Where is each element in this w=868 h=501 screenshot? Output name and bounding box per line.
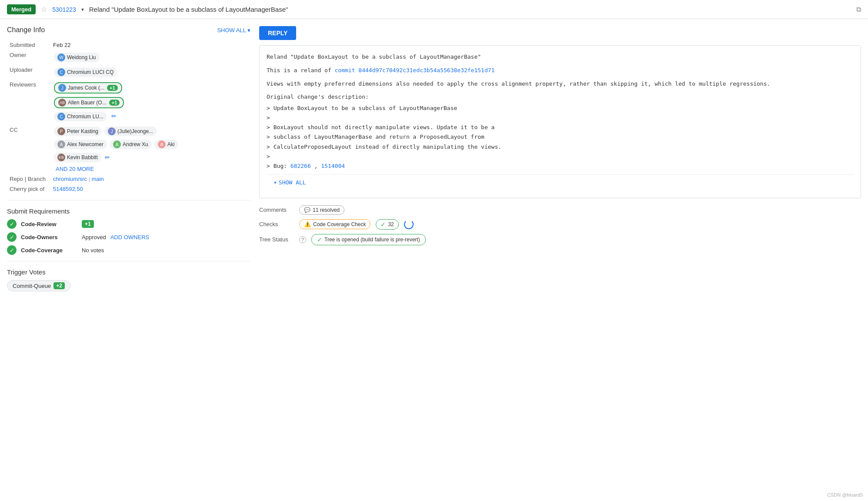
- tree-status-chip: ✓ Tree is opened (build failure is pre-r…: [311, 234, 426, 245]
- resolved-text: 11 resolved: [313, 207, 340, 213]
- change-info-title: Change Info: [7, 26, 45, 34]
- desc-bug2-link[interactable]: 1514004: [321, 163, 345, 169]
- code-coverage-name: Code-Coverage: [21, 247, 77, 254]
- code-coverage-value: No votes: [82, 247, 104, 254]
- desc-title: Reland "Update BoxLayout to be a subclas…: [267, 53, 481, 60]
- resolved-badge[interactable]: 💬 11 resolved: [299, 205, 344, 215]
- reviewer3-container: C Chromium LU... ✏: [53, 111, 248, 122]
- owner-chip[interactable]: W Weidong Liu: [54, 53, 100, 62]
- cc-peter-avatar: P: [57, 127, 65, 135]
- submit-requirements: Submit Requirements ✓ Code-Review +1 ✓ C…: [7, 207, 250, 255]
- cl-dropdown-arrow[interactable]: ▾: [81, 7, 84, 13]
- cc-aki-name: Aki: [167, 141, 175, 147]
- reviewer3-chip[interactable]: C Chromium LU...: [54, 112, 107, 121]
- cherry-pick-label: Cherry pick of: [7, 184, 50, 194]
- submitted-label: Submitted: [7, 40, 50, 50]
- submit-req-title: Submit Requirements: [7, 207, 250, 215]
- code-review-vote: +1: [82, 220, 94, 228]
- reviewer3-name: Chromium LU...: [67, 114, 103, 120]
- tree-check-icon: ✓: [317, 236, 322, 243]
- reviewer2-vote: +1: [109, 100, 120, 106]
- tree-status-row: Tree Status ? ✓ Tree is opened (build fa…: [259, 234, 861, 245]
- desc-line1: This is a reland of: [267, 67, 331, 73]
- desc-original: Original change's description:: [267, 93, 854, 102]
- repo-branch-label: Repo | Branch: [7, 174, 50, 184]
- checks-label: Checks: [259, 221, 294, 227]
- desc-original-text: Original change's description:: [267, 94, 369, 100]
- commit-queue-label: Commit-Queue: [13, 283, 51, 289]
- desc-commit-link[interactable]: commit 8444d97c70492c31edc3b54a55638e32f…: [335, 67, 495, 73]
- desc-bug-prefix: > Bug:: [267, 163, 290, 169]
- code-owners-value: Approved: [82, 234, 106, 240]
- reviewer3-avatar: C: [57, 113, 65, 120]
- cc-alex-chip[interactable]: A Alex Newcomer: [54, 140, 107, 149]
- owner-row: Owner W Weidong Liu: [7, 50, 250, 65]
- cc-kevin-chip[interactable]: KB Kevin Babbitt: [54, 153, 101, 162]
- reviewer3-edit-icon[interactable]: ✏: [111, 113, 117, 120]
- reviewers-row: Reviewers J James Cook (... +1 AB Allen …: [7, 80, 250, 124]
- cherry-pick-link[interactable]: 5148592,50: [53, 186, 83, 192]
- cherry-pick-row: Cherry pick of 5148592,50: [7, 184, 250, 194]
- comments-label: Comments: [259, 207, 294, 213]
- code-coverage-check: ✓: [7, 245, 17, 255]
- desc-b4: > subclass of LayoutManagerBase and retu…: [267, 132, 854, 142]
- cherry-pick-value: 5148592,50: [50, 184, 250, 194]
- copy-icon[interactable]: ⧉: [856, 6, 861, 13]
- tree-status-label: Tree Status: [259, 236, 294, 243]
- cc-chips: P Peter Kasting J (Julie)Jeonge...: [53, 126, 248, 137]
- cc-aki-avatar: A: [158, 140, 166, 148]
- reviewer1-name: James Cook (...: [68, 85, 104, 91]
- tree-status-help-icon[interactable]: ?: [299, 236, 306, 243]
- desc-bug-line: > Bug: 682266 , 1514004: [267, 161, 854, 171]
- cc-label: CC: [7, 124, 50, 174]
- show-all-bottom[interactable]: ▾ SHOW ALL: [267, 174, 854, 191]
- reply-button[interactable]: REPLY: [259, 26, 296, 40]
- repo-branch-value: chromium/src | main: [50, 174, 250, 184]
- reviewer1-avatar: J: [58, 84, 66, 92]
- trigger-votes: Trigger Votes Commit-Queue +2: [7, 268, 250, 291]
- cc-chips-row3: KB Kevin Babbitt ✏: [53, 152, 248, 163]
- coverage-check-chip[interactable]: ⚠️ Code Coverage Check: [299, 219, 371, 229]
- comment-icon: 💬: [304, 207, 310, 213]
- cc-edit-icon[interactable]: ✏: [105, 154, 110, 161]
- reviewer2-chip[interactable]: AB Allen Bauer (O... +1: [54, 97, 124, 108]
- comments-checks-section: Comments 💬 11 resolved Checks ⚠️ Code Co…: [259, 205, 861, 245]
- star-icon[interactable]: ☆: [41, 5, 47, 13]
- code-owners-req: ✓ Code-Owners Approved ADD OWNERS: [7, 232, 250, 242]
- owner-label: Owner: [7, 50, 50, 65]
- left-panel: Change Info SHOW ALL ▾ Submitted Feb 22 …: [7, 26, 250, 291]
- comments-row: Comments 💬 11 resolved: [259, 205, 861, 215]
- cl-number-link[interactable]: 5301223: [52, 6, 76, 13]
- cc-julie-avatar: J: [108, 127, 116, 135]
- cc-aki-chip[interactable]: A Aki: [154, 140, 178, 149]
- info-table: Submitted Feb 22 Owner W Weidong Liu Upl…: [7, 40, 250, 194]
- description-box: Reland "Update BoxLayout to be a subclas…: [259, 45, 861, 198]
- desc-bug1-link[interactable]: 682266: [290, 163, 311, 169]
- commit-queue-chip[interactable]: Commit-Queue +2: [7, 280, 70, 291]
- reviewer1-chip[interactable]: J James Cook (... +1: [54, 82, 122, 94]
- coverage-check-label: Code Coverage Check: [313, 221, 366, 227]
- desc-bug-comma: ,: [314, 163, 321, 169]
- owner-value: W Weidong Liu: [50, 50, 250, 65]
- passed-count-chip[interactable]: ✓ 32: [376, 219, 398, 230]
- main-content: Change Info SHOW ALL ▾ Submitted Feb 22 …: [0, 19, 868, 298]
- submitted-value: Feb 22: [50, 40, 250, 50]
- reviewers-label: Reviewers: [7, 80, 50, 124]
- uploader-chip[interactable]: C Chromium LUCI CQ: [54, 67, 117, 77]
- and-more-link[interactable]: AND 20 MORE: [56, 166, 248, 172]
- page-title: Reland "Update BoxLayout to be a subclas…: [89, 6, 851, 13]
- show-all-link[interactable]: SHOW ALL ▾: [217, 27, 250, 33]
- cc-peter-name: Peter Kasting: [67, 128, 98, 134]
- cc-andrew-chip[interactable]: A Andrew Xu: [110, 140, 152, 149]
- cc-chips-row2: A Alex Newcomer A Andrew Xu A Aki: [53, 139, 248, 150]
- repo-link[interactable]: chromium/src: [53, 176, 87, 182]
- add-owners-link[interactable]: ADD OWNERS: [110, 234, 150, 240]
- separator1: [7, 200, 250, 200]
- cc-peter-chip[interactable]: P Peter Kasting: [54, 127, 102, 136]
- cc-andrew-avatar: A: [113, 140, 121, 148]
- branch-link[interactable]: main: [92, 176, 104, 182]
- tree-status-value: Tree is opened (build failure is pre-rev…: [324, 237, 420, 243]
- desc-para1-text: Views with empty preferred dimensions al…: [267, 80, 770, 87]
- reviewers-value: J James Cook (... +1 AB Allen Bauer (O..…: [50, 80, 250, 124]
- cc-julie-chip[interactable]: J (Julie)Jeonge...: [104, 127, 157, 136]
